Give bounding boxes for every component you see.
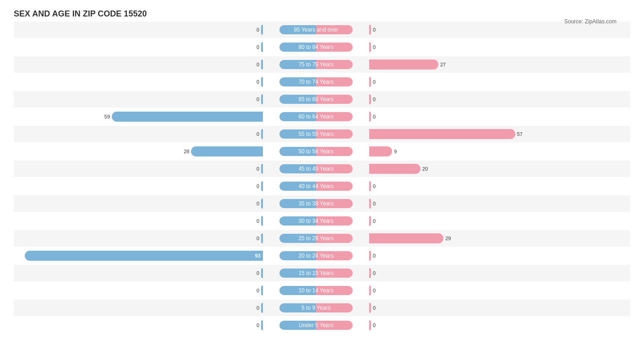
male-section: 0 (14, 303, 266, 313)
female-value-label: 20 (422, 166, 428, 172)
male-value-label: 0 (257, 166, 259, 172)
male-value-label: 0 (257, 201, 259, 206)
male-value-label: 0 (257, 79, 259, 85)
female-bar (369, 285, 371, 296)
female-section: 0 (366, 112, 618, 122)
female-value-label: 0 (373, 97, 376, 102)
female-section: 0 (366, 285, 618, 296)
chart-row: 05 to 9 Years0 (14, 300, 630, 316)
female-section: 0 (366, 320, 618, 330)
chart-row: 045 to 49 Years20 (14, 161, 630, 177)
female-value-label: 0 (373, 323, 376, 328)
male-value-label: 0 (257, 270, 259, 276)
female-value-label: 0 (373, 218, 376, 224)
chart-row: 5960 to 64 Years0 (14, 108, 630, 125)
age-label: 20 to 24 Years (266, 251, 366, 260)
male-section: 0 (14, 94, 266, 104)
chart-title: SEX AND AGE IN ZIP CODE 15520 (14, 9, 630, 19)
male-bar (261, 268, 263, 278)
male-bar (261, 320, 263, 330)
female-value-label: 0 (373, 44, 376, 50)
age-label: 65 to 69 Years (266, 95, 366, 104)
male-value-label: 0 (257, 97, 259, 102)
male-bar (261, 25, 263, 35)
age-label: 80 to 84 Years (266, 43, 366, 52)
female-section: 0 (366, 303, 618, 313)
male-bar-inside-label: 93 (253, 253, 263, 258)
chart-row: 070 to 74 Years0 (14, 74, 630, 90)
male-bar (261, 285, 263, 296)
male-value-label: 0 (257, 27, 259, 32)
female-section: 0 (366, 181, 618, 191)
chart-row: 065 to 69 Years0 (14, 91, 630, 108)
chart-row: 025 to 29 Years29 (14, 230, 630, 247)
male-value-label: 0 (257, 131, 259, 137)
age-label: 35 to 39 Years (266, 199, 366, 208)
male-bar: 93 (25, 251, 263, 261)
male-value-label: 0 (257, 62, 259, 67)
age-label: 10 to 14 Years (266, 286, 366, 295)
female-value-label: 0 (373, 79, 376, 85)
male-value-label: 59 (104, 114, 110, 119)
male-value-label: 0 (257, 288, 259, 293)
female-bar (369, 164, 420, 174)
chart-row: 040 to 44 Years0 (14, 178, 630, 194)
female-bar (369, 146, 392, 156)
male-section: 0 (14, 285, 266, 296)
source-label: Source: ZipAtlas.com (564, 18, 617, 25)
male-value-label: 0 (257, 236, 259, 241)
chart-area: 085 Years and over0080 to 84 Years0075 t… (14, 22, 630, 334)
chart-row: 015 to 19 Years0 (14, 265, 630, 281)
female-section: 0 (366, 216, 618, 226)
female-section: 0 (366, 42, 618, 52)
female-value-label: 0 (373, 27, 376, 32)
female-section: 20 (366, 164, 618, 174)
male-value-label: 0 (257, 183, 259, 189)
male-bar (261, 129, 263, 139)
male-bar (261, 199, 263, 209)
female-value-label: 27 (440, 62, 446, 67)
female-section: 0 (366, 199, 618, 209)
female-section: 27 (366, 59, 618, 70)
male-bar (261, 94, 263, 104)
male-section: 93 (14, 251, 266, 261)
female-value-label: 9 (394, 149, 397, 154)
male-section: 0 (14, 181, 266, 191)
female-bar (369, 129, 515, 139)
male-section: 0 (14, 216, 266, 226)
male-value-label: 0 (257, 218, 259, 224)
female-value-label: 0 (373, 114, 376, 119)
age-label: 50 to 54 Years (266, 147, 366, 156)
female-section: 0 (366, 25, 618, 35)
chart-row: 080 to 84 Years0 (14, 39, 630, 55)
male-section: 0 (14, 164, 266, 174)
male-section: 0 (14, 25, 266, 35)
female-section: 57 (366, 129, 618, 139)
male-bar (261, 59, 263, 70)
age-label: 15 to 19 Years (266, 269, 366, 278)
female-bar (369, 42, 371, 52)
male-section: 0 (14, 268, 266, 278)
female-value-label: 0 (373, 270, 376, 276)
male-value-label: 0 (257, 323, 259, 328)
female-section: 29 (366, 233, 618, 243)
male-section: 0 (14, 42, 266, 52)
age-label: 70 to 74 Years (266, 77, 366, 86)
female-value-label: 0 (373, 305, 376, 311)
female-value-label: 0 (373, 201, 376, 206)
female-bar (369, 25, 371, 35)
age-label: 25 to 29 Years (266, 234, 366, 243)
male-bar (261, 42, 263, 52)
age-label: Under 5 Years (266, 321, 366, 330)
female-value-label: 29 (445, 236, 451, 241)
female-value-label: 0 (373, 183, 376, 189)
female-value-label: 0 (373, 288, 376, 293)
female-bar (369, 303, 371, 313)
age-label: 55 to 59 Years (266, 129, 366, 139)
chart-row: 2850 to 54 Years9 (14, 143, 630, 160)
female-value-label: 0 (373, 253, 376, 258)
female-bar (369, 233, 443, 243)
male-bar (261, 233, 263, 243)
female-section: 0 (366, 268, 618, 278)
male-bar (261, 181, 263, 191)
